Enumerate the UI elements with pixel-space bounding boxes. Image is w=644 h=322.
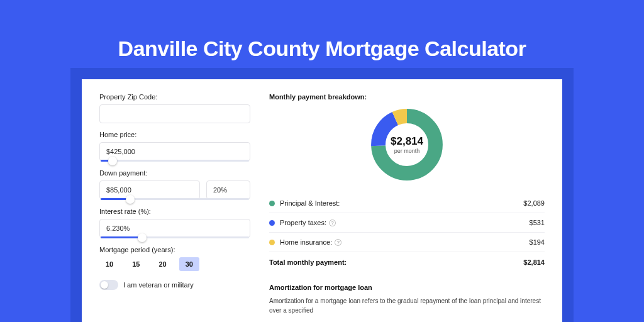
down-payment-input[interactable] xyxy=(99,180,200,199)
legend: Principal & Interest:$2,089Property taxe… xyxy=(269,194,545,252)
period-tabs: 10152030 xyxy=(99,257,250,271)
period-tab-30[interactable]: 30 xyxy=(179,257,199,271)
period-tab-20[interactable]: 20 xyxy=(153,257,173,271)
veteran-toggle[interactable] xyxy=(99,280,118,290)
period-tab-15[interactable]: 15 xyxy=(126,257,146,271)
period-tab-10[interactable]: 10 xyxy=(99,257,119,271)
down-payment-pct-input[interactable] xyxy=(206,180,250,199)
legend-value: $2,089 xyxy=(523,199,545,207)
slider-thumb[interactable] xyxy=(138,233,147,242)
legend-value: $531 xyxy=(530,219,545,226)
total-row: Total monthly payment: $2,814 xyxy=(269,252,545,272)
legend-value: $194 xyxy=(530,238,545,246)
down-payment-slider[interactable] xyxy=(101,198,249,200)
form-panel: Property Zip Code: Home price: Down paym… xyxy=(99,93,250,308)
zip-label: Property Zip Code: xyxy=(99,93,250,101)
legend-row: Property taxes: ?$531 xyxy=(269,213,545,232)
breakdown-panel: Monthly payment breakdown: $2,814 per mo… xyxy=(269,93,545,308)
down-payment-label: Down payment: xyxy=(99,169,250,177)
slider-thumb[interactable] xyxy=(126,195,135,204)
legend-label: Property taxes: ? xyxy=(280,219,530,226)
home-price-label: Home price: xyxy=(99,131,250,138)
period-label: Mortgage period (years): xyxy=(99,246,250,253)
breakdown-title: Monthly payment breakdown: xyxy=(269,93,545,101)
donut-value: $2,814 xyxy=(391,135,423,148)
home-price-slider[interactable] xyxy=(101,160,249,162)
amortization-title: Amortization for mortgage loan xyxy=(269,284,545,291)
rate-input[interactable] xyxy=(99,219,250,238)
rate-label: Interest rate (%): xyxy=(99,208,250,215)
veteran-label: I am veteran or military xyxy=(123,281,194,289)
help-icon[interactable]: ? xyxy=(335,239,341,246)
total-label: Total monthly payment: xyxy=(269,258,523,266)
legend-dot xyxy=(269,220,275,226)
legend-row: Principal & Interest:$2,089 xyxy=(269,194,545,213)
help-icon[interactable]: ? xyxy=(329,219,336,226)
legend-label: Principal & Interest: xyxy=(280,199,523,207)
legend-dot xyxy=(269,240,275,245)
amortization-section: Amortization for mortgage loan Amortizat… xyxy=(269,284,545,315)
rate-slider[interactable] xyxy=(101,236,249,238)
amortization-body: Amortization for a mortgage loan refers … xyxy=(269,296,545,315)
zip-input[interactable] xyxy=(99,104,250,123)
legend-dot xyxy=(269,201,275,206)
legend-row: Home insurance: ?$194 xyxy=(269,232,545,252)
slider-thumb[interactable] xyxy=(108,157,117,165)
home-price-input[interactable] xyxy=(99,142,250,161)
donut-chart: $2,814 per month xyxy=(369,107,445,182)
calculator-card: Property Zip Code: Home price: Down paym… xyxy=(82,79,562,322)
page-title: Danville City County Mortgage Calculator xyxy=(0,0,644,61)
calculator-frame: Property Zip Code: Home price: Down paym… xyxy=(70,68,574,322)
donut-sub: per month xyxy=(394,148,420,154)
total-value: $2,814 xyxy=(523,258,545,266)
legend-label: Home insurance: ? xyxy=(280,238,530,246)
